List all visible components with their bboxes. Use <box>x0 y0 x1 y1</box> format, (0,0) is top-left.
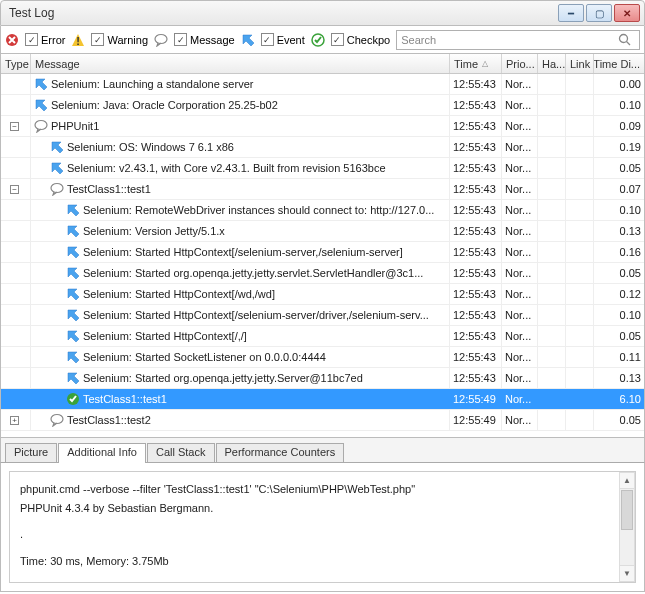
pointer-icon <box>66 329 80 343</box>
link-cell <box>566 116 594 136</box>
message-text: Selenium: Started SocketListener on 0.0.… <box>83 351 326 363</box>
priority-cell: Nor... <box>502 242 538 262</box>
log-row[interactable]: −PHPUnit112:55:43Nor...0.09 <box>1 116 644 137</box>
log-row[interactable]: Selenium: Java: Oracle Corporation 25.25… <box>1 95 644 116</box>
event-checkbox[interactable]: ✓ <box>261 33 274 46</box>
message-text: Selenium: Started HttpContext[/wd,/wd] <box>83 288 275 300</box>
ha-cell <box>538 326 566 346</box>
message-cell: Selenium: Launching a standalone server <box>31 74 450 94</box>
tree-cell <box>1 347 31 367</box>
filter-message[interactable]: ✓ Message <box>154 33 235 47</box>
checkpoint-checkbox[interactable]: ✓ <box>331 33 344 46</box>
log-row[interactable]: −TestClass1::test112:55:43Nor...0.07 <box>1 179 644 200</box>
filter-event[interactable]: ✓ Event <box>241 33 305 47</box>
timediff-cell: 0.19 <box>594 137 644 157</box>
link-cell <box>566 95 594 115</box>
warning-checkbox[interactable]: ✓ <box>91 33 104 46</box>
col-link[interactable]: Link <box>566 54 594 73</box>
log-row[interactable]: Selenium: Started org.openqa.jetty.jetty… <box>1 263 644 284</box>
collapse-icon[interactable]: − <box>10 185 19 194</box>
message-text: TestClass1::test2 <box>67 414 151 426</box>
search-input[interactable]: Search <box>396 30 640 50</box>
details-scrollbar[interactable]: ▲ ▼ <box>619 472 635 582</box>
tab-performance-counters[interactable]: Performance Counters <box>216 443 345 463</box>
log-row[interactable]: Selenium: Version Jetty/5.1.x12:55:43Nor… <box>1 221 644 242</box>
checkpoint-icon <box>66 392 80 406</box>
col-type[interactable]: Type <box>1 54 31 73</box>
tab-picture[interactable]: Picture <box>5 443 57 463</box>
scroll-up-button[interactable]: ▲ <box>620 473 634 489</box>
tree-cell <box>1 137 31 157</box>
message-checkbox[interactable]: ✓ <box>174 33 187 46</box>
filter-warning[interactable]: ! ✓ Warning <box>71 33 148 47</box>
filter-error[interactable]: ✓ Error <box>5 33 65 47</box>
log-row[interactable]: Selenium: OS: Windows 7 6.1 x8612:55:43N… <box>1 137 644 158</box>
svg-point-8 <box>51 184 63 193</box>
log-row[interactable]: Selenium: Started org.openqa.jetty.jetty… <box>1 368 644 389</box>
col-time[interactable]: Time△ <box>450 54 502 73</box>
log-row[interactable]: Selenium: Started SocketListener on 0.0.… <box>1 347 644 368</box>
pointer-icon <box>66 203 80 217</box>
timediff-cell: 0.05 <box>594 326 644 346</box>
log-row[interactable]: Selenium: RemoteWebDriver instances shou… <box>1 200 644 221</box>
scroll-down-button[interactable]: ▼ <box>620 565 634 581</box>
tree-cell <box>1 263 31 283</box>
timediff-cell: 0.12 <box>594 284 644 304</box>
time-cell: 12:55:43 <box>450 242 502 262</box>
message-text: Selenium: RemoteWebDriver instances shou… <box>83 204 434 216</box>
col-priority[interactable]: Prio... <box>502 54 538 73</box>
message-cell: TestClass1::test2 <box>31 410 450 430</box>
log-row[interactable]: Selenium: v2.43.1, with Core v2.43.1. Bu… <box>1 158 644 179</box>
collapse-icon[interactable]: − <box>10 122 19 131</box>
tab-additional-info[interactable]: Additional Info <box>58 443 146 463</box>
time-cell: 12:55:43 <box>450 95 502 115</box>
col-timediff[interactable]: Time Di... <box>594 54 644 73</box>
tree-cell <box>1 284 31 304</box>
error-checkbox[interactable]: ✓ <box>25 33 38 46</box>
priority-cell: Nor... <box>502 200 538 220</box>
timediff-cell: 0.05 <box>594 410 644 430</box>
message-icon <box>34 119 48 133</box>
time-cell: 12:55:49 <box>450 410 502 430</box>
filter-checkpoint[interactable]: ✓ Checkpo <box>311 33 390 47</box>
col-ha[interactable]: Ha... <box>538 54 566 73</box>
close-button[interactable]: ✕ <box>614 4 640 22</box>
log-row[interactable]: Selenium: Launching a standalone server1… <box>1 74 644 95</box>
timediff-cell: 0.05 <box>594 158 644 178</box>
ha-cell <box>538 95 566 115</box>
log-row[interactable]: Selenium: Started HttpContext[/wd,/wd]12… <box>1 284 644 305</box>
expand-icon[interactable]: + <box>10 416 19 425</box>
log-row[interactable]: Selenium: Started HttpContext[/selenium-… <box>1 305 644 326</box>
event-icon <box>241 33 255 47</box>
tree-cell <box>1 326 31 346</box>
message-cell: Selenium: OS: Windows 7 6.1 x86 <box>31 137 450 157</box>
title-bar: Test Log ━ ▢ ✕ <box>0 0 645 26</box>
log-row[interactable]: TestClass1::test112:55:49Nor...6.10 <box>1 389 644 410</box>
svg-point-10 <box>51 415 63 424</box>
message-cell: Selenium: Version Jetty/5.1.x <box>31 221 450 241</box>
time-cell: 12:55:43 <box>450 263 502 283</box>
log-row[interactable]: +TestClass1::test212:55:49Nor...0.05 <box>1 410 644 431</box>
log-row[interactable]: Selenium: Started HttpContext[/,/]12:55:… <box>1 326 644 347</box>
message-icon <box>50 182 64 196</box>
scroll-thumb[interactable] <box>621 490 633 530</box>
time-cell: 12:55:43 <box>450 137 502 157</box>
time-cell: 12:55:43 <box>450 179 502 199</box>
pointer-icon <box>66 371 80 385</box>
search-icon[interactable] <box>618 33 632 47</box>
minimize-button[interactable]: ━ <box>558 4 584 22</box>
message-text: Selenium: Started HttpContext[/,/] <box>83 330 247 342</box>
log-row[interactable]: Selenium: Started HttpContext[/selenium-… <box>1 242 644 263</box>
maximize-button[interactable]: ▢ <box>586 4 612 22</box>
message-cell: Selenium: Started org.openqa.jetty.jetty… <box>31 263 450 283</box>
tab-call-stack[interactable]: Call Stack <box>147 443 215 463</box>
message-cell: TestClass1::test1 <box>31 389 450 409</box>
pointer-icon <box>66 224 80 238</box>
link-cell <box>566 179 594 199</box>
error-label: Error <box>41 34 65 46</box>
tree-cell <box>1 74 31 94</box>
ha-cell <box>538 284 566 304</box>
col-message[interactable]: Message <box>31 54 450 73</box>
tree-cell: + <box>1 410 31 430</box>
detail-line: . <box>20 525 625 544</box>
